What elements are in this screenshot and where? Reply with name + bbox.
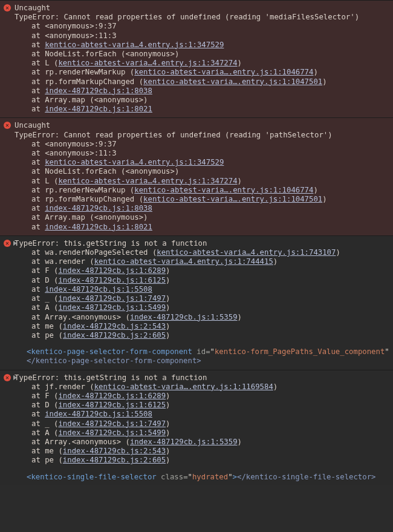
stack-frame-prefix: at rp.renderNewMarkup ( [31,186,134,194]
stack-frame-link[interactable]: index-487129cb.js:2:605 [63,456,166,464]
stack-frame-prefix: at [31,50,45,58]
stack-frame-link[interactable]: kentico-abtest-varia…4.entry.js:1:347529 [45,158,224,166]
stack-frame: at me (index-487129cb.js:2:543) [31,322,391,331]
stack-frame-prefix: at [31,140,45,148]
stack-frame-link[interactable]: index-487129cb.js:1:6125 [58,401,166,409]
error-message: TypeError: this.getString is not a funct… [15,239,391,248]
element-markup-snippet[interactable]: <kentico-single-file-selector class="hyd… [27,473,391,482]
stack-frame-link[interactable]: index-487129cb.js:2:543 [63,447,166,455]
stack-frame-link[interactable]: kentico-abtest-varia….entry.js:1:1046774 [134,68,313,76]
stack-frame-link[interactable]: index-487129cb.js:1:8038 [45,87,152,95]
stack-frame-link[interactable]: kentico-abtest-varia…4.entry.js:1:347274 [58,59,237,67]
stack-frame-link[interactable]: kentico-abtest-varia…4.entry.js:1:347529 [45,41,224,49]
stack-frame-text: <anonymous>:11:3 [45,149,116,157]
stack-frame: at kentico-abtest-varia…4.entry.js:1:347… [31,158,391,167]
stack-frame-prefix: at [31,410,45,418]
stack-frame: at rp.formMarkupChanged (kentico-abtest-… [31,195,391,204]
stack-frame: at NodeList.forEach (<anonymous>) [31,50,391,59]
stack-frame-suffix: ) [238,177,242,185]
stack-frame-suffix: ) [166,456,170,464]
stack-frame-link[interactable]: index-487129cb.js:1:6289 [58,392,166,400]
stack-frame-suffix: ) [166,392,170,400]
stack-frame: at Array.map (<anonymous>) [31,213,391,222]
stack-frame-prefix: at me ( [31,322,63,330]
stack-frame-prefix: at D ( [31,276,58,284]
element-markup-close[interactable]: </kentico-page-selector-form-component> [27,356,391,366]
stack-frame-text: NodeList.forEach (<anonymous>) [45,50,179,58]
stack-frame-link[interactable]: kentico-abtest-varia….entry.js:1:1046774 [134,186,313,194]
stack-frame-link[interactable]: index-487129cb.js:1:5359 [130,438,238,446]
stack-frame-suffix: ) [166,266,170,275]
stack-frame-link[interactable]: index-487129cb.js:1:8021 [45,105,152,113]
stack-frame: at kentico-abtest-varia…4.entry.js:1:347… [31,41,391,50]
stack-frame-link[interactable]: kentico-abtest-varia…4.entry.js:1:743107 [157,248,336,257]
stack-frame-prefix: at L ( [31,177,58,185]
stack-frame: at L (kentico-abtest-varia…4.entry.js:1:… [31,177,391,186]
stack-frame: at index-487129cb.js:1:8021 [31,223,391,232]
stack-frame-suffix: ) [166,331,170,340]
element-markup-snippet[interactable]: <kentico-page-selector-form-component id… [27,347,391,356]
stack-frame-prefix: at _ ( [31,419,58,428]
stack-frame-prefix: at [31,204,45,212]
stack-frame-prefix: at Array.<anonymous> ( [31,313,130,321]
stack-frame-text: NodeList.forEach (<anonymous>) [45,167,179,176]
stack-frame: at <anonymous>:9:37 [31,22,391,31]
stack-frame-link[interactable]: index-487129cb.js:2:543 [63,322,166,330]
expand-arrow-icon[interactable] [13,241,17,246]
stack-frame-link[interactable]: kentico-abtest-varia….entry.js:1:1047501 [143,195,322,203]
error-icon-row: ✕ [4,374,17,381]
stack-frame-suffix: ) [273,383,278,391]
stack-frame: at _ (index-487129cb.js:1:7497) [31,294,391,303]
stack-frame-prefix: at [31,213,45,222]
error-message: TypeError: Cannot read properties of und… [15,131,391,140]
stack-frame: at L (kentico-abtest-varia…4.entry.js:1:… [31,59,391,68]
stack-frame-suffix: ) [238,438,242,446]
stack-frame-suffix: ) [322,195,326,203]
stack-frame-link[interactable]: index-487129cb.js:1:8038 [45,204,152,212]
stack-frame-suffix: ) [166,303,170,312]
error-icon: ✕ [4,122,11,129]
stack-frame-prefix: at [31,31,45,40]
stack-frame-link[interactable]: index-487129cb.js:1:6125 [58,276,166,284]
stack-frame-link[interactable]: index-487129cb.js:1:6289 [58,266,166,275]
stack-frame-text: Array.map (<anonymous>) [45,213,148,222]
stack-frame: at pe (index-487129cb.js:2:605) [31,456,391,465]
stack-frame: at Array.<anonymous> (index-487129cb.js:… [31,438,391,447]
error-icon-row: ✕ [4,4,11,11]
stack-frame-suffix: ) [166,429,170,437]
stack-frame-link[interactable]: kentico-abtest-varia….entry.js:1:1047501 [143,77,322,86]
stack-frame-prefix: at A ( [31,303,58,312]
console-log: ✕UncaughtTypeError: Cannot read properti… [0,0,393,485]
stack-frame-link[interactable]: index-487129cb.js:1:7497 [58,419,166,428]
stack-frame: at index-487129cb.js:1:8021 [31,105,391,114]
stack-frame: at A (index-487129cb.js:1:5499) [31,429,391,438]
stack-frame-prefix: at F ( [31,266,58,275]
stack-frame-prefix: at [31,149,45,157]
stack-frame-link[interactable]: kentico-abtest-varia…4.entry.js:1:347274 [58,177,237,185]
stack-frame-text: <anonymous>:9:37 [45,22,116,30]
stack-frame-link[interactable]: index-487129cb.js:1:5359 [130,313,238,321]
stack-frame-link[interactable]: index-487129cb.js:1:5499 [58,303,166,312]
error-icon-row: ✕ [4,240,17,247]
stack-frame-link[interactable]: index-487129cb.js:1:8021 [45,223,152,231]
expand-arrow-icon[interactable] [13,375,17,380]
stack-frame-link[interactable]: index-487129cb.js:1:5508 [45,285,152,294]
stack-frame-link[interactable]: index-487129cb.js:2:605 [63,331,166,340]
console-error-entry: ✕UncaughtTypeError: Cannot read properti… [0,0,393,117]
stack-frame: at NodeList.forEach (<anonymous>) [31,167,391,176]
stack-frame-link[interactable]: index-487129cb.js:1:5508 [45,410,152,418]
stack-frame-prefix: at rp.formMarkupChanged ( [31,77,143,86]
stack-frame: at index-487129cb.js:1:8038 [31,87,391,96]
stack-frame-suffix: ) [273,257,278,266]
stack-frame: at D (index-487129cb.js:1:6125) [31,276,391,285]
stack-frame-suffix: ) [238,59,242,67]
stack-frame-link[interactable]: kentico-abtest-varia….entry.js:1:1169584 [94,383,273,391]
stack-frame-link[interactable]: index-487129cb.js:1:7497 [58,294,166,303]
stack-frame-link[interactable]: index-487129cb.js:1:5499 [58,429,166,437]
console-error-entry: ✕TypeError: this.getString is not a func… [0,370,393,485]
stack-frame-prefix: at D ( [31,401,58,409]
stack-frame-prefix: at pe ( [31,456,63,464]
stack-frame-prefix: at [31,167,45,176]
stack-frame: at <anonymous>:11:3 [31,31,391,41]
stack-frame-link[interactable]: kentico-abtest-varia…4.entry.js:1:744415 [94,257,273,266]
